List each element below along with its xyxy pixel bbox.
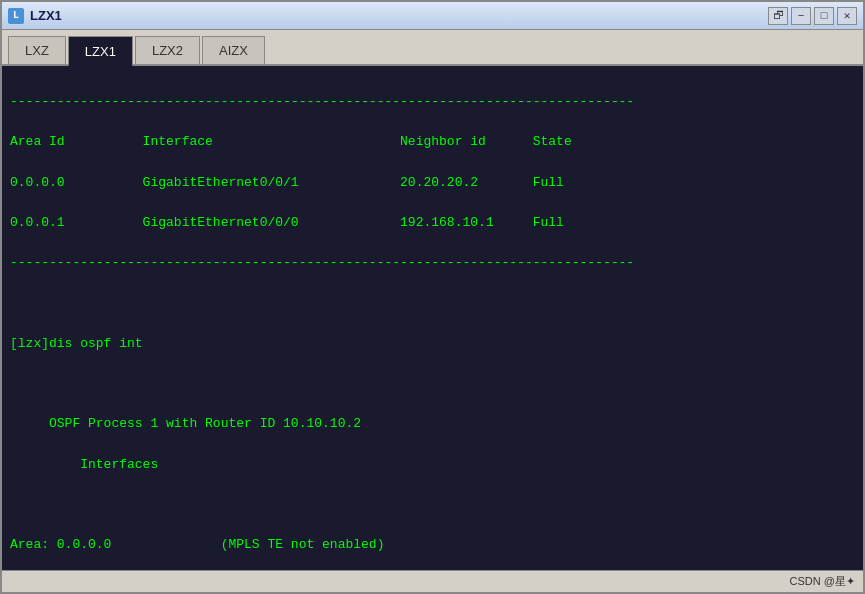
minimize-button[interactable]: − <box>791 7 811 25</box>
title-bar: L LZX1 🗗 − □ ✕ <box>2 2 863 30</box>
blank1 <box>10 294 855 314</box>
separator-line2: ----------------------------------------… <box>10 253 855 273</box>
row2-line: 0.0.0.1 GigabitEthernet0/0/0 192.168.10.… <box>10 213 855 233</box>
interfaces-label-line: Interfaces <box>10 455 855 475</box>
restore-button[interactable]: 🗗 <box>768 7 788 25</box>
row1-line: 0.0.0.0 GigabitEthernet0/0/1 20.20.20.2 … <box>10 173 855 193</box>
tab-lxz[interactable]: LXZ <box>8 36 66 64</box>
window-controls: 🗗 − □ ✕ <box>768 7 857 25</box>
window-title: LZX1 <box>30 8 62 23</box>
blank3 <box>10 495 855 515</box>
maximize-button[interactable]: □ <box>814 7 834 25</box>
window-icon: L <box>8 8 24 24</box>
tab-lzx1[interactable]: LZX1 <box>68 36 133 66</box>
title-bar-left: L LZX1 <box>8 8 62 24</box>
separator-line: ----------------------------------------… <box>10 92 855 112</box>
ospf-process-line: OSPF Process 1 with Router ID 10.10.10.2 <box>10 414 855 434</box>
header-line: Area Id Interface Neighbor id State <box>10 132 855 152</box>
area1-header-line: Area: 0.0.0.0 (MPLS TE not enabled) <box>10 535 855 555</box>
status-bar: CSDN @星✦ <box>2 570 863 592</box>
terminal-text: ----------------------------------------… <box>10 72 855 570</box>
tab-lzx2[interactable]: LZX2 <box>135 36 200 64</box>
tabs-bar: LXZ LZX1 LZX2 AIZX <box>2 30 863 66</box>
status-text: CSDN @星✦ <box>790 574 855 589</box>
blank2 <box>10 374 855 394</box>
main-window: L LZX1 🗗 − □ ✕ LXZ LZX1 LZX2 AIZX ------… <box>0 0 865 594</box>
icon-label: L <box>13 10 19 21</box>
terminal-container[interactable]: ----------------------------------------… <box>2 66 863 570</box>
close-button[interactable]: ✕ <box>837 7 857 25</box>
cmd1-line: [lzx]dis ospf int <box>10 334 855 354</box>
tab-aizx[interactable]: AIZX <box>202 36 265 64</box>
